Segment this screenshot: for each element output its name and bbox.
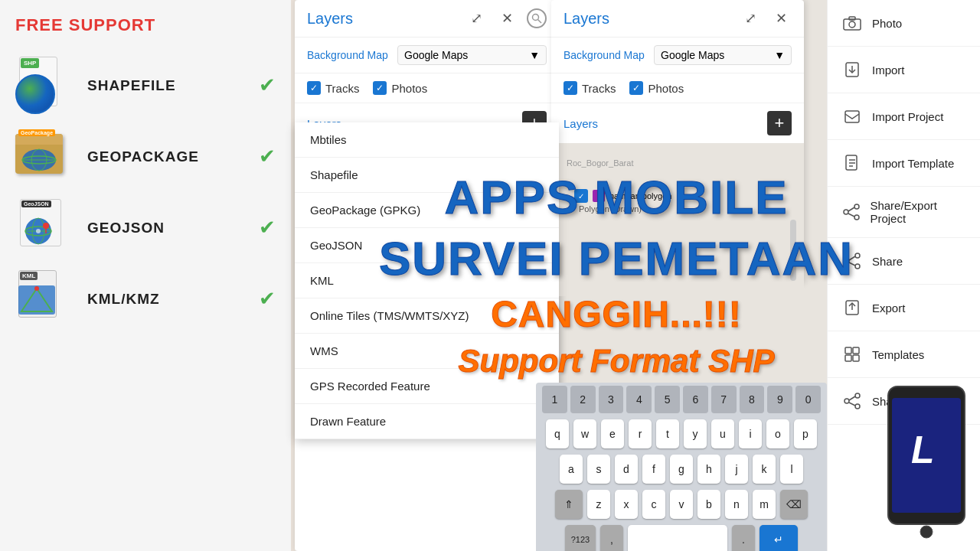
search-icon[interactable] — [527, 8, 547, 28]
tracks-checkbox[interactable]: ✓ Tracks — [307, 81, 359, 95]
key-e[interactable]: e — [601, 419, 624, 448]
menu-item-kml[interactable]: KML — [295, 263, 559, 298]
key-g[interactable]: g — [670, 455, 693, 484]
key-comma[interactable]: , — [600, 525, 623, 551]
key-j[interactable]: j — [725, 455, 748, 484]
background-map-dropdown-2[interactable]: Google Maps ▼ — [654, 45, 792, 65]
key-8[interactable]: 8 — [740, 386, 765, 413]
import-project-label: Import Project — [872, 110, 943, 123]
key-period[interactable]: . — [732, 525, 755, 551]
menu-item-online-tiles[interactable]: Online Tiles (TMS/WMTS/XYZ) — [295, 298, 559, 334]
geojson-icon: GeoJSON — [15, 199, 77, 256]
key-w[interactable]: w — [573, 419, 596, 448]
key-7[interactable]: 7 — [711, 386, 737, 413]
key-i[interactable]: i — [739, 419, 762, 448]
svg-point-32 — [844, 259, 849, 263]
key-9[interactable]: 9 — [767, 386, 792, 413]
key-h[interactable]: h — [697, 455, 720, 484]
key-5[interactable]: 5 — [655, 386, 680, 413]
menu-item-geopackage[interactable]: GeoPackage (GPKG) — [295, 193, 559, 228]
list-item: KML KML/KMZ ✔ — [15, 270, 276, 328]
checkmark-icon: ✔ — [259, 216, 276, 240]
key-l[interactable]: l — [780, 455, 803, 484]
dropdown-arrow-icon-2: ▼ — [774, 49, 785, 61]
key-6[interactable]: 6 — [683, 386, 708, 413]
import-label: Import — [872, 64, 905, 77]
right-menu-item-import-project[interactable]: Import Project — [828, 93, 980, 140]
format-name: KML/KMZ — [87, 291, 160, 308]
key-space[interactable] — [628, 525, 727, 551]
key-0[interactable]: 0 — [795, 386, 821, 413]
free-support-label: FREE SUPPORT — [15, 15, 276, 35]
menu-item-mbtiles[interactable]: Mbtiles — [295, 122, 559, 158]
right-menu-item-templates[interactable]: Templates — [828, 331, 980, 378]
menu-item-wms[interactable]: WMS — [295, 334, 559, 369]
tracks-photos-row: ✓ Tracks ✓ Photos — [295, 73, 559, 103]
key-1[interactable]: 1 — [542, 386, 567, 413]
key-3[interactable]: 3 — [599, 386, 624, 413]
share-label: Share — [872, 255, 903, 268]
key-2[interactable]: 2 — [570, 386, 596, 413]
background-map-dropdown[interactable]: Google Maps ▼ — [397, 45, 547, 65]
key-y[interactable]: y — [684, 419, 707, 448]
key-symbols[interactable]: ?123 — [565, 525, 596, 551]
key-m[interactable]: m — [753, 490, 776, 519]
svg-point-9 — [43, 223, 49, 229]
geojson-badge: GeoJSON — [21, 201, 51, 207]
svg-rect-16 — [844, 19, 861, 30]
key-r[interactable]: r — [629, 419, 652, 448]
key-a[interactable]: a — [560, 455, 583, 484]
key-enter[interactable]: ↵ — [760, 525, 798, 551]
key-d[interactable]: d — [615, 455, 638, 484]
key-t[interactable]: t — [656, 419, 679, 448]
close-icon-2[interactable]: ✕ — [770, 8, 792, 29]
add-layer-button-2[interactable]: + — [767, 111, 792, 135]
key-k[interactable]: k — [753, 455, 776, 484]
key-p[interactable]: p — [794, 419, 817, 448]
layers-panel-1: Layers ⤢ ✕ Background Map Google Maps ▼ … — [295, 0, 559, 551]
menu-item-drawn-feature[interactable]: Drawn Feature — [295, 404, 559, 439]
checkmark-icon: ✔ — [259, 73, 276, 97]
menu-item-geojson[interactable]: GeoJSON — [295, 228, 559, 263]
svg-point-31 — [855, 253, 860, 258]
svg-point-33 — [855, 264, 860, 269]
svg-line-46 — [849, 403, 855, 406]
key-u[interactable]: u — [711, 419, 734, 448]
right-menu-item-share[interactable]: Share — [828, 238, 980, 285]
right-menu-item-import-template[interactable]: Import Template — [828, 140, 980, 187]
key-backspace[interactable]: ⌫ — [780, 490, 808, 519]
menu-item-gps-recorded[interactable]: GPS Recorded Feature — [295, 369, 559, 404]
key-c[interactable]: c — [642, 490, 665, 519]
right-menu-item-import[interactable]: Import — [828, 47, 980, 93]
share-export-project-label: Share/Export Project — [870, 199, 966, 225]
tracks-checkbox-2[interactable]: ✓ Tracks — [564, 81, 616, 95]
expand-icon-2[interactable]: ⤢ — [740, 8, 761, 29]
templates-icon — [841, 344, 863, 365]
format-name: GEOJSON — [87, 220, 165, 236]
svg-rect-18 — [849, 17, 855, 20]
key-v[interactable]: v — [670, 490, 693, 519]
photos-checkbox-2[interactable]: ✓ Photos — [629, 81, 684, 95]
svg-line-15 — [538, 20, 542, 24]
photos-checkbox[interactable]: ✓ Photos — [373, 81, 427, 95]
right-menu-item-export[interactable]: Export — [828, 285, 980, 331]
menu-item-shapefile[interactable]: Shapefile — [295, 158, 559, 193]
key-b[interactable]: b — [697, 490, 720, 519]
camera-icon — [841, 12, 863, 34]
phone-mockup: L — [880, 383, 972, 551]
right-menu-item-photo[interactable]: Photo — [828, 0, 980, 47]
geopackage-badge: GeoPackage — [18, 129, 55, 136]
key-x[interactable]: x — [615, 490, 638, 519]
key-n[interactable]: n — [725, 490, 748, 519]
key-q[interactable]: q — [546, 419, 569, 448]
key-s[interactable]: s — [587, 455, 610, 484]
key-f[interactable]: f — [642, 455, 665, 484]
key-shift[interactable]: ⇑ — [555, 490, 583, 519]
key-z[interactable]: z — [587, 490, 610, 519]
key-o[interactable]: o — [766, 419, 789, 448]
key-4[interactable]: 4 — [626, 386, 652, 413]
right-menu-item-share-export[interactable]: Share/Export Project — [828, 187, 980, 238]
share-export-icon — [841, 201, 861, 223]
expand-icon[interactable]: ⤢ — [466, 8, 487, 29]
close-icon[interactable]: ✕ — [496, 8, 518, 29]
